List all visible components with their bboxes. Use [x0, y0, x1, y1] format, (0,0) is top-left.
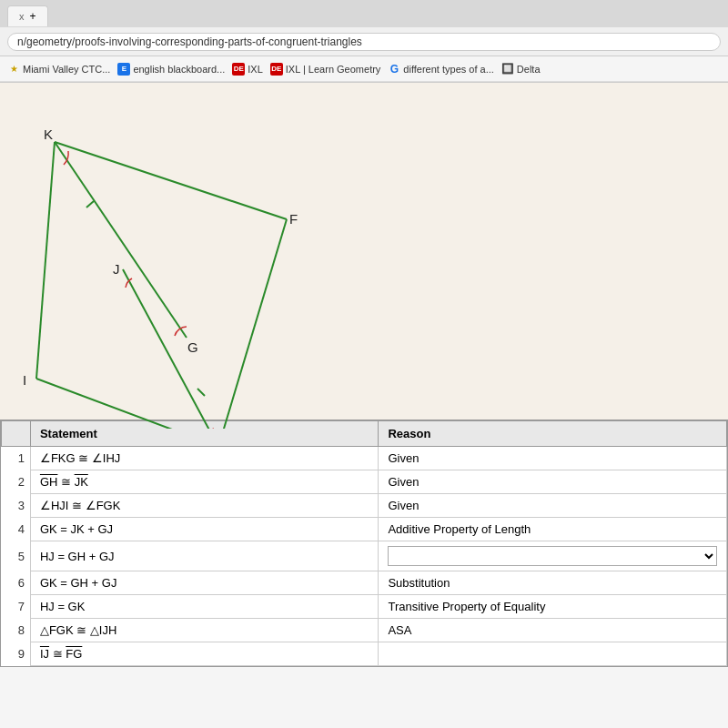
- diagram-area: K F J G I H: [0, 83, 728, 420]
- svg-line-4: [55, 142, 187, 338]
- table-row: 2 GH ≅ JK Given: [2, 470, 727, 494]
- row-num-6: 6: [2, 571, 31, 595]
- ixl-icon: DE: [232, 63, 245, 76]
- delta-icon: 🔲: [501, 63, 514, 76]
- bookmark-miami[interactable]: ★ Miami Valley CTC...: [7, 63, 110, 76]
- table-row: 6 GK = GH + GJ Substitution: [2, 571, 727, 595]
- tab-plus[interactable]: +: [30, 10, 36, 23]
- bookmark-label: english blackboard...: [133, 64, 225, 75]
- bookmark-label: different types of a...: [403, 64, 493, 75]
- row-num-5: 5: [2, 541, 31, 571]
- bookmark-label: Delta: [517, 64, 541, 75]
- statement-1: ∠FKG ≅ ∠IHJ: [30, 447, 379, 470]
- reason-8: ASA: [379, 619, 727, 642]
- tab-close-icon[interactable]: x: [19, 11, 25, 22]
- row-num-9: 9: [2, 642, 31, 666]
- reason-7: Transitive Property of Equality: [379, 595, 727, 619]
- statement-8: △FGK ≅ △IJH: [30, 619, 379, 642]
- reason-5-dropdown[interactable]: Additive Property of Length Substitution…: [388, 546, 717, 566]
- bookmark-google[interactable]: G different types of a...: [388, 63, 493, 76]
- table-row: 9 IJ ≅ FG: [2, 642, 727, 666]
- svg-line-2: [218, 219, 287, 429]
- tab-bar: x +: [0, 0, 728, 27]
- svg-line-5: [123, 269, 218, 429]
- proof-table-container: Statement Reason 1 ∠FKG ≅ ∠IHJ Given 2 G…: [0, 420, 728, 667]
- table-row: 7 HJ = GK Transitive Property of Equalit…: [2, 595, 727, 619]
- label-K: K: [44, 126, 53, 142]
- address-input[interactable]: n/geometry/proofs-involving-correspondin…: [7, 33, 721, 51]
- statement-5: HJ = GH + GJ: [30, 541, 379, 571]
- table-row: 5 HJ = GH + GJ Additive Property of Leng…: [2, 541, 727, 571]
- svg-line-0: [55, 142, 287, 219]
- reason-4: Additive Property of Length: [379, 518, 727, 541]
- row-num-3: 3: [2, 494, 31, 518]
- row-num-7: 7: [2, 595, 31, 619]
- table-row: 3 ∠HJI ≅ ∠FGK Given: [2, 494, 727, 518]
- reason-5-cell[interactable]: Additive Property of Length Substitution…: [379, 541, 727, 571]
- browser-chrome: x + n/geometry/proofs-involving-correspo…: [0, 0, 728, 83]
- bookmark-label: IXL | Learn Geometry: [286, 64, 381, 75]
- ixl2-icon: DE: [270, 63, 283, 76]
- reason-1: Given: [379, 447, 727, 470]
- google-icon: G: [388, 63, 400, 76]
- svg-line-3: [36, 379, 218, 429]
- reason-2: Given: [379, 470, 727, 494]
- statement-3: ∠HJI ≅ ∠FGK: [30, 494, 379, 518]
- label-G: G: [187, 339, 198, 355]
- row-num-1: 1: [2, 447, 31, 470]
- col-header-reason: Reason: [379, 421, 727, 447]
- address-bar: n/geometry/proofs-involving-correspondin…: [0, 27, 728, 56]
- english-icon: E: [117, 63, 130, 76]
- table-row: 8 △FGK ≅ △IJH ASA: [2, 619, 727, 642]
- table-row: 1 ∠FKG ≅ ∠IHJ Given: [2, 447, 727, 470]
- statement-4: GK = JK + GJ: [30, 518, 379, 541]
- svg-line-1: [36, 142, 55, 379]
- label-J: J: [113, 261, 120, 277]
- row-num-4: 4: [2, 518, 31, 541]
- reason-6: Substitution: [379, 571, 727, 595]
- svg-line-7: [86, 201, 94, 207]
- label-I: I: [23, 372, 26, 388]
- proof-table: Statement Reason 1 ∠FKG ≅ ∠IHJ Given 2 G…: [1, 420, 727, 666]
- statement-6: GK = GH + GJ: [30, 571, 379, 595]
- bookmark-english[interactable]: E english blackboard...: [117, 63, 225, 76]
- row-num-8: 8: [2, 619, 31, 642]
- svg-line-6: [197, 389, 205, 396]
- geometry-diagram: K F J G I H: [18, 92, 364, 429]
- browser-tab[interactable]: x +: [7, 5, 48, 26]
- bookmark-ixl1[interactable]: DE IXL: [232, 63, 263, 76]
- statement-9: IJ ≅ FG: [30, 642, 379, 666]
- bookmark-label: IXL: [248, 64, 263, 75]
- bookmark-delta[interactable]: 🔲 Delta: [501, 63, 541, 76]
- star-icon: ★: [7, 63, 20, 76]
- page-content: K F J G I H Statement Reason 1 ∠FKG ≅ ∠I…: [0, 83, 728, 667]
- bookmark-label: Miami Valley CTC...: [23, 64, 110, 75]
- table-row: 4 GK = JK + GJ Additive Property of Leng…: [2, 518, 727, 541]
- reason-3: Given: [379, 494, 727, 518]
- reason-9: [379, 642, 727, 666]
- row-num-2: 2: [2, 470, 31, 494]
- bookmarks-bar: ★ Miami Valley CTC... E english blackboa…: [0, 56, 728, 82]
- statement-2: GH ≅ JK: [30, 470, 379, 494]
- bookmark-ixl2[interactable]: DE IXL | Learn Geometry: [270, 63, 381, 76]
- label-F: F: [289, 211, 298, 227]
- statement-7: HJ = GK: [30, 595, 379, 619]
